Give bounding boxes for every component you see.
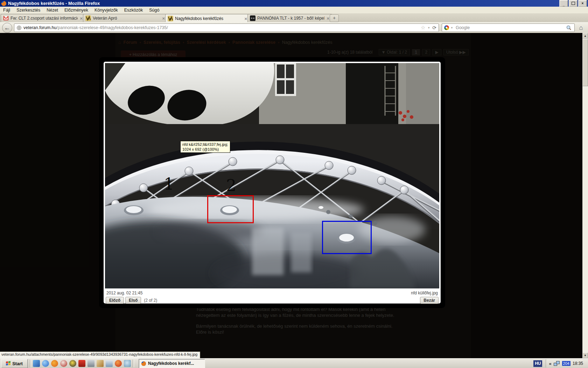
close-lightbox-button[interactable]: Bezár: [420, 297, 439, 304]
restore-button[interactable]: [569, 0, 578, 7]
network-icon[interactable]: [554, 361, 560, 366]
scroll-down-button[interactable]: ▼: [582, 353, 588, 358]
browser-red-icon[interactable]: [115, 360, 122, 367]
up-arrow-icon: ▲: [584, 34, 587, 38]
windows-logo-icon: [6, 361, 11, 366]
restore-icon: [572, 2, 575, 5]
red-annotation-rectangle: [207, 195, 254, 223]
menu-file[interactable]: Fájl: [0, 7, 13, 13]
paint-icon[interactable]: [97, 360, 104, 367]
dark-site-icon: [250, 15, 255, 21]
image-info-tooltip: nfd k&#252;ll&#337;fej.jpg; 1024 x 692 (…: [180, 141, 230, 153]
first-image-button[interactable]: Első: [125, 297, 141, 304]
task-button-label: Nagyfékdobos kerékf...: [148, 361, 194, 366]
tab-veteran-apro[interactable]: Veterán Apró ×: [83, 14, 168, 22]
tab-label: Veterán Apró: [93, 16, 160, 21]
bookmark-star-icon[interactable]: ☆: [421, 25, 425, 31]
menu-view[interactable]: Nézet: [43, 7, 61, 13]
browser-viewport: ⌂ Fórum♦ Szerelés, felújítás♦ Szerelési …: [0, 33, 588, 358]
media-player-icon[interactable]: [69, 360, 76, 367]
url-bar[interactable]: veteran.forum.hu/pannoniak-szerelese-49/…: [14, 23, 439, 32]
quick-launch-bar: [33, 360, 131, 367]
minimize-button[interactable]: _: [559, 0, 568, 7]
navigation-toolbar: ← veteran.forum.hu/pannoniak-szerelese-4…: [0, 22, 588, 33]
desktop-icon[interactable]: [33, 360, 40, 367]
tab-close-icon[interactable]: ×: [162, 16, 165, 21]
status-link-preview: veteran.forum.hu/attachments/pannoniak-s…: [0, 352, 200, 358]
close-button[interactable]: ×: [578, 0, 587, 7]
search-engine-dropdown-icon[interactable]: ▼: [450, 26, 456, 29]
task-button-firefox[interactable]: Nagyfékdobos kerékf...: [139, 359, 205, 368]
gmail-icon: [3, 15, 9, 21]
close-icon: ×: [582, 2, 584, 5]
menu-bookmarks[interactable]: Könyvjelzők: [91, 7, 121, 13]
taskbar: Start Nagyfékdobos kerékf... HU «: [0, 358, 588, 368]
tooltip-filename: nfd k&#252;ll&#337;fej.jpg;: [182, 142, 228, 147]
menu-tools[interactable]: Eszközök: [121, 7, 146, 13]
menu-edit[interactable]: Szerkesztés: [13, 7, 43, 13]
start-button[interactable]: Start: [1, 359, 28, 368]
tab-pannonia[interactable]: PANNÓNIA TLT - k 1957 - ből! képek - S..…: [247, 14, 332, 22]
window-title: Nagyfékdobos kerékfűzés - Mozilla Firefo…: [8, 1, 100, 6]
url-domain: veteran.forum.hu: [23, 25, 57, 30]
printer-icon[interactable]: [88, 360, 94, 367]
annotation-number-2: 2: [226, 176, 236, 195]
menu-help[interactable]: Súgó: [146, 7, 162, 13]
tab-label: Nagyfékdobos kerékfűzés: [175, 16, 242, 21]
url-path: /pannoniak-szerelese-49/nagyfekdobos-ker…: [57, 25, 168, 30]
plus-icon: +: [333, 15, 336, 21]
tab-close-icon[interactable]: ×: [326, 16, 330, 21]
tray-chevron-icon[interactable]: «: [549, 361, 551, 366]
internet-explorer-icon[interactable]: [42, 360, 49, 367]
annotation-number-1: 1: [164, 175, 174, 193]
site-globe-icon: [16, 25, 22, 30]
lightbox-panel: nfd k&#252;ll&#337;fej.jpg; 1024 x 692 (…: [104, 62, 441, 304]
new-tab-button[interactable]: +: [330, 14, 339, 22]
taskbar-clock: 18:35: [573, 361, 585, 366]
taskbar-separator: [30, 360, 31, 367]
tab-label: PANNÓNIA TLT - k 1957 - ből! képek - S..…: [257, 16, 324, 21]
taskbar-separator: [133, 360, 134, 367]
home-icon: ⌂: [579, 24, 583, 32]
tab-current-topic[interactable]: Nagyfékdobos kerékfűzés ×: [165, 14, 250, 23]
start-label: Start: [12, 361, 23, 366]
back-arrow-icon: ←: [4, 25, 10, 32]
tooltip-dimensions: 1024 x 692 (@100%): [182, 147, 228, 152]
calculator-icon[interactable]: [106, 360, 113, 367]
system-tray: HU « 204 18:35: [533, 359, 588, 368]
tab-close-icon[interactable]: ×: [79, 16, 83, 21]
vertical-scrollbar[interactable]: ▲ ▼: [582, 33, 588, 358]
menu-bar: Fájl Szerkesztés Nézet Előzmények Könyvj…: [0, 7, 588, 13]
back-button[interactable]: ←: [2, 23, 12, 33]
tray-badge[interactable]: 204: [562, 361, 570, 366]
wheel-photo-graphic: [105, 63, 439, 288]
search-placeholder: Google: [456, 25, 470, 30]
menu-history[interactable]: Előzmények: [61, 7, 91, 13]
previous-image-button[interactable]: Előző: [106, 297, 124, 304]
firefox-icon: [1, 1, 7, 6]
tab-label: Fw: CLT 2.csoport utazási információk - …: [10, 16, 78, 21]
messenger-icon[interactable]: [124, 360, 131, 367]
search-icon[interactable]: [566, 25, 572, 30]
tab-bar: Fw: CLT 2.csoport utazási információk - …: [0, 13, 588, 22]
scrollbar-thumb[interactable]: [582, 39, 588, 86]
attachment-filename: nfd küllőfej.jpg: [411, 291, 438, 295]
search-bar[interactable]: ▼ Google: [442, 23, 575, 32]
tab-close-icon[interactable]: ×: [244, 16, 247, 21]
reload-icon[interactable]: ⟳: [432, 25, 439, 30]
firefox-icon[interactable]: [51, 360, 58, 367]
attachment-date: 2012 aug. 02 21:45: [106, 291, 142, 295]
red-app-icon[interactable]: [60, 360, 67, 367]
url-dropdown-icon[interactable]: ▼: [425, 26, 432, 29]
window-titlebar: Nagyfékdobos kerékfűzés - Mozilla Firefo…: [0, 0, 588, 7]
google-logo-icon: [444, 25, 449, 30]
scroll-up-button[interactable]: ▲: [582, 33, 588, 39]
solidworks-icon[interactable]: [78, 360, 85, 367]
image-counter: (2 of 2): [144, 298, 157, 303]
home-button[interactable]: ⌂: [576, 23, 586, 32]
language-indicator[interactable]: HU: [533, 360, 542, 367]
lightbox: nfd k&#252;ll&#337;fej.jpg; 1024 x 692 (…: [99, 57, 445, 308]
down-arrow-icon: ▼: [584, 354, 587, 357]
blue-annotation-rectangle: [322, 221, 372, 254]
tab-gmail[interactable]: Fw: CLT 2.csoport utazási információk - …: [1, 14, 85, 22]
